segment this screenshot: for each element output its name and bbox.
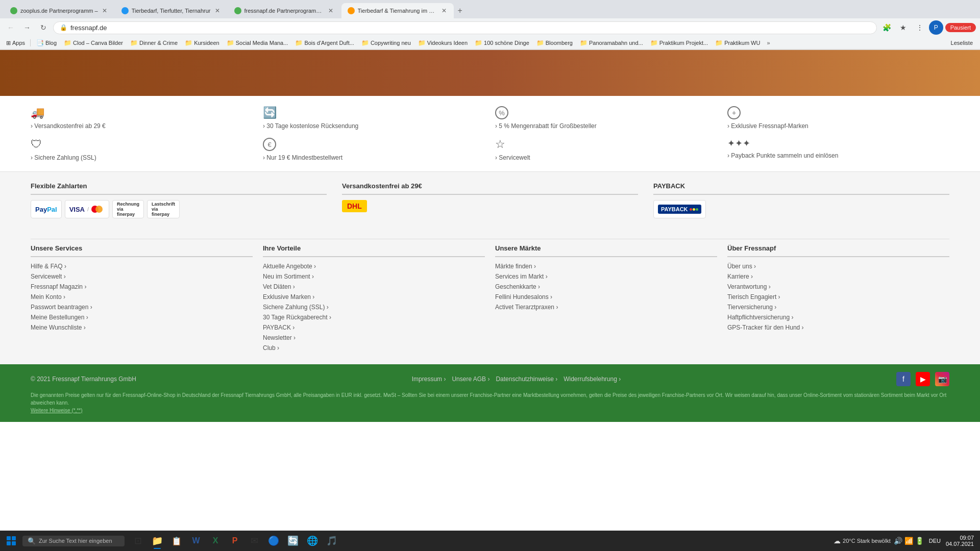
footer-col-vorteile-list: Aktuelle Angebote Neu im Sortiment Vet D… bbox=[263, 262, 485, 352]
link-angebote[interactable]: Aktuelle Angebote bbox=[263, 263, 316, 270]
dhl-logos: DHL bbox=[342, 200, 638, 212]
star-button[interactable]: ★ bbox=[896, 20, 911, 35]
link-maerkte-finden[interactable]: Märkte finden bbox=[495, 263, 536, 270]
link-tierisch[interactable]: Tierisch Engagiert bbox=[727, 293, 780, 300]
link-geschenkkarte[interactable]: Geschenkkarte bbox=[495, 283, 540, 290]
footer-col-maerkte-title: Unsere Märkte bbox=[495, 244, 717, 257]
paypal-text: PayPal bbox=[35, 206, 57, 213]
link-haftpflicht[interactable]: Haftpflichtversicherung bbox=[727, 314, 793, 321]
address-bar-row: ← → ↻ 🔒 fressnapf.de 🧩 ★ ⋮ P Pausiert bbox=[0, 18, 980, 37]
forward-button[interactable]: → bbox=[20, 21, 34, 34]
bm-blog[interactable]: 📑 Blog bbox=[34, 38, 59, 47]
extensions-button[interactable]: 🧩 bbox=[880, 20, 894, 35]
link-fellini[interactable]: Fellini Hundesalons bbox=[495, 293, 552, 300]
tab-favicon-4 bbox=[348, 7, 355, 14]
address-box[interactable]: 🔒 fressnapf.de bbox=[53, 21, 877, 34]
benefit-returns-text: 30 Tage kostenlose Rücksendung bbox=[263, 122, 358, 130]
link-wunschliste[interactable]: Meine Wunschliste bbox=[31, 324, 86, 331]
link-passwort[interactable]: Passwort beantragen bbox=[31, 304, 92, 311]
back-button[interactable]: ← bbox=[4, 21, 17, 34]
link-agb[interactable]: Unsere AGB › bbox=[452, 375, 489, 383]
benefit-servicewelt-text: Servicewelt bbox=[495, 154, 530, 161]
bm-panorama[interactable]: 📁 Panoramabahn und... bbox=[577, 38, 646, 47]
bm-dinner[interactable]: 📁 Dinner & Crime bbox=[128, 38, 180, 47]
klarna-rechnung-logo: Rechnungviafinerpay bbox=[112, 200, 144, 218]
link-exklusive-marken[interactable]: Exklusive Marken bbox=[263, 293, 314, 300]
bm-praktikum1[interactable]: 📁 Praktikum Projekt... bbox=[648, 38, 710, 47]
link-impressum[interactable]: Impressum › bbox=[412, 375, 446, 383]
tab-favicon-2 bbox=[121, 7, 129, 14]
link-servicewelt[interactable]: Servicewelt bbox=[31, 273, 66, 280]
benefit-brands-text: Exklusive Fressnapf-Marken bbox=[727, 122, 808, 130]
bm-more[interactable]: » bbox=[765, 39, 772, 47]
bm-copywriting[interactable]: 📁 Copywriting neu bbox=[359, 38, 413, 47]
link-neu-sortiment[interactable]: Neu im Sortiment bbox=[263, 273, 314, 280]
link-services-markt[interactable]: Services im Markt bbox=[495, 273, 548, 280]
footer-col-vorteile: Ihre Vorteile Aktuelle Angebote Neu im S… bbox=[263, 244, 485, 354]
tab-close-4[interactable]: ✕ bbox=[440, 6, 448, 15]
youtube-icon[interactable]: ▶ bbox=[916, 372, 930, 386]
link-activet[interactable]: Activet Tierarztpraxen bbox=[495, 304, 558, 311]
footer-disclaimer: Die genannten Preise gelten nur für den … bbox=[31, 391, 949, 414]
reload-button[interactable]: ↻ bbox=[37, 21, 50, 34]
link-club[interactable]: Club bbox=[263, 344, 279, 352]
link-ueber-uns[interactable]: Über uns bbox=[727, 263, 756, 270]
apps-button[interactable]: ⊞ Apps bbox=[4, 39, 27, 47]
tab-close-3[interactable]: ✕ bbox=[327, 6, 334, 15]
link-mein-konto[interactable]: Mein Konto bbox=[31, 293, 65, 300]
tab-favicon-1 bbox=[10, 7, 17, 14]
tab-title-4: Tierbedarf & Tiernahrung im On- bbox=[358, 8, 437, 14]
link-newsletter[interactable]: Newsletter bbox=[263, 334, 296, 341]
browser-tab-4[interactable]: Tierbedarf & Tiernahrung im On- ✕ bbox=[341, 3, 454, 18]
bm-kursideen[interactable]: 📁 Kursideen bbox=[182, 38, 222, 47]
instagram-icon[interactable]: 📷 bbox=[935, 372, 949, 386]
bm-bloomberg[interactable]: 📁 Bloomberg bbox=[534, 38, 575, 47]
link-payback-nav[interactable]: PAYBACK bbox=[263, 324, 295, 331]
link-vet-diaten[interactable]: Vet Diäten bbox=[263, 283, 295, 290]
bm-bois[interactable]: 📁 Bois d'Argent Duft... bbox=[292, 38, 356, 47]
pause-button[interactable]: Pausiert bbox=[945, 23, 976, 32]
payback-brand: PAYBACK bbox=[658, 205, 701, 214]
bm-canva[interactable]: 📁 Clod – Canva Bilder bbox=[61, 38, 126, 47]
payback-logo: PAYBACK bbox=[653, 200, 706, 218]
browser-tab-3[interactable]: fressnapf.de Partnerprogramm – ✕ bbox=[228, 3, 340, 18]
footer-col-ueber-title: Über Fressnapf bbox=[727, 244, 949, 257]
footer-col-maerkte: Unsere Märkte Märkte finden Services im … bbox=[495, 244, 717, 354]
link-ssl[interactable]: Sichere Zahlung (SSL) bbox=[263, 304, 329, 311]
link-widerruf[interactable]: Widerrufsbelehrung › bbox=[564, 375, 621, 383]
link-hilfe[interactable]: Hilfe & FAQ bbox=[31, 263, 66, 270]
settings-button[interactable]: ⋮ bbox=[913, 20, 927, 35]
link-rueckgabe[interactable]: 30 Tage Rückgaberecht bbox=[263, 314, 331, 321]
link-bestellungen[interactable]: Meine Bestellungen bbox=[31, 314, 88, 321]
profile-button[interactable]: P bbox=[929, 20, 943, 35]
benefit-payback-text: Payback Punkte sammeln und einlösen bbox=[727, 152, 838, 159]
leseliste-button[interactable]: Leseliste bbox=[948, 39, 976, 47]
discount-icon: % bbox=[495, 106, 508, 119]
mastercard-icon bbox=[91, 205, 105, 213]
bm-divider bbox=[30, 39, 31, 46]
more-hinweise-link[interactable]: Weitere Hinweise (*,**) bbox=[31, 408, 83, 413]
footer-links: Impressum › Unsere AGB › Datenschutzhinw… bbox=[412, 375, 621, 383]
tab-close-2[interactable]: ✕ bbox=[214, 6, 221, 15]
payment-block-zahlarten: Flexible Zahlarten PayPal VISA / bbox=[31, 182, 327, 218]
link-tierversicherung[interactable]: Tierversicherung bbox=[727, 304, 776, 311]
footer-social: f ▶ 📷 bbox=[896, 372, 949, 386]
link-gps-tracker[interactable]: GPS-Tracker für den Hund bbox=[727, 324, 804, 331]
bm-praktikum2[interactable]: 📁 Praktikum WU bbox=[713, 38, 763, 47]
footer-col-vorteile-title: Ihre Vorteile bbox=[263, 244, 485, 257]
facebook-icon[interactable]: f bbox=[896, 372, 911, 386]
link-verantwortung[interactable]: Verantwortung bbox=[727, 283, 771, 290]
payment-block-payback: PAYBACK PAYBACK bbox=[653, 182, 949, 218]
benefit-discount: % 5 % Mengenrabatt für Großbesteller bbox=[495, 106, 717, 130]
bm-social[interactable]: 📁 Social Media Mana... bbox=[224, 38, 291, 47]
bm-videokurs[interactable]: 📁 Videokurs Ideen bbox=[415, 38, 470, 47]
bm-100[interactable]: 📁 100 schöne Dinge bbox=[472, 38, 532, 47]
tab-close-1[interactable]: ✕ bbox=[101, 6, 108, 15]
link-magazin[interactable]: Fressnapf Magazin bbox=[31, 283, 86, 290]
benefit-minorder-text: Nur 19 € Mindestbestellwert bbox=[263, 154, 342, 161]
link-datenschutz[interactable]: Datenschutzhinweise › bbox=[496, 375, 557, 383]
new-tab-button[interactable]: + bbox=[455, 3, 465, 18]
browser-tab-1[interactable]: zooplus.de Partnerprogramm – ✕ bbox=[4, 3, 114, 18]
link-karriere[interactable]: Karriere bbox=[727, 273, 753, 280]
browser-tab-2[interactable]: Tierbedarf, Tierfutter, Tiernahrur ✕ bbox=[115, 3, 227, 18]
